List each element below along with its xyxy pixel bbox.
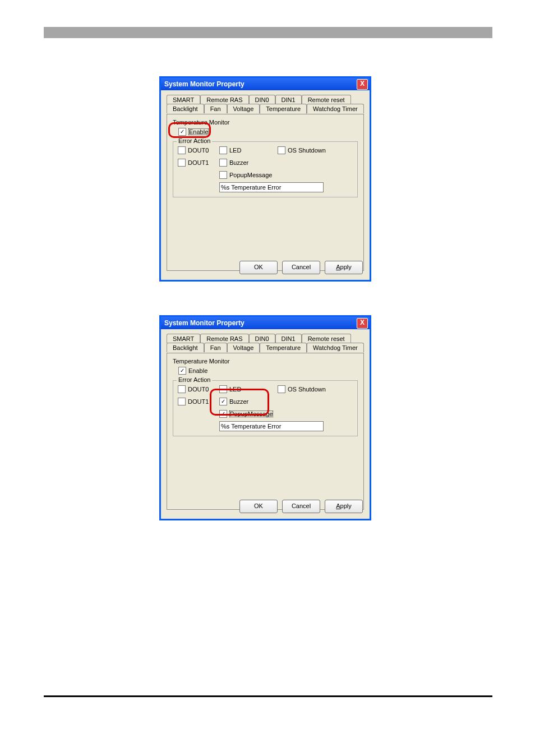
- tab-panel: Temperature Monitor Enable Error Action …: [167, 353, 364, 510]
- enable-label: Enable: [188, 367, 207, 374]
- window-title: System Monitor Property: [164, 319, 245, 327]
- tab-backlight[interactable]: Backlight: [167, 343, 204, 352]
- dout1-label: DOUT1: [188, 398, 209, 405]
- enable-checkbox[interactable]: [178, 128, 186, 136]
- led-checkbox[interactable]: [219, 146, 227, 154]
- system-monitor-dialog-2: System Monitor Property X SMART Remote R…: [159, 315, 371, 520]
- popup-label: PopupMessage: [229, 411, 273, 417]
- dout1-label: DOUT1: [188, 159, 209, 166]
- tab-watchdog[interactable]: Watchdog Timer: [307, 343, 364, 352]
- page-footer-rule: [44, 695, 492, 697]
- error-action-legend: Error Action: [177, 137, 212, 144]
- apply-button[interactable]: Apply: [325, 261, 363, 274]
- error-action-group: Error Action DOUT0 LED OS Shutdown DOUT1…: [173, 380, 358, 436]
- os-shutdown-checkbox[interactable]: [278, 146, 285, 154]
- apply-button[interactable]: Apply: [325, 500, 363, 513]
- system-monitor-dialog-1: System Monitor Property X SMART Remote R…: [159, 76, 371, 282]
- error-action-group: Error Action DOUT0 LED OS Shutdown DOUT1…: [173, 141, 358, 197]
- led-label: LED: [229, 386, 241, 393]
- led-checkbox[interactable]: [219, 385, 227, 393]
- dout1-checkbox[interactable]: [178, 159, 186, 167]
- os-shutdown-label: OS Shutdown: [288, 147, 326, 154]
- tab-temperature[interactable]: Temperature: [260, 343, 307, 353]
- led-label: LED: [229, 147, 241, 154]
- tab-fan[interactable]: Fan: [204, 343, 227, 352]
- cancel-button[interactable]: Cancel: [282, 500, 320, 513]
- tab-panel: Temperature Monitor Enable Error Action …: [167, 114, 364, 271]
- dout0-checkbox[interactable]: [178, 146, 186, 154]
- tab-voltage[interactable]: Voltage: [227, 104, 260, 113]
- popup-checkbox[interactable]: [219, 171, 227, 179]
- enable-checkbox[interactable]: [178, 367, 186, 375]
- close-button[interactable]: X: [357, 318, 368, 329]
- group-title: Temperature Monitor: [173, 358, 358, 365]
- close-icon: X: [360, 319, 365, 326]
- close-button[interactable]: X: [357, 79, 368, 90]
- group-title: Temperature Monitor: [173, 119, 358, 126]
- ok-button[interactable]: OK: [239, 500, 278, 513]
- dialog-buttons: OK Cancel Apply: [239, 500, 363, 513]
- dout0-label: DOUT0: [188, 147, 209, 154]
- popup-label: PopupMessage: [229, 172, 272, 178]
- cancel-button[interactable]: Cancel: [282, 261, 320, 274]
- popup-text-input[interactable]: %s Temperature Error: [219, 421, 324, 431]
- buzzer-label: Buzzer: [229, 398, 248, 405]
- dout0-checkbox[interactable]: [178, 385, 186, 393]
- buzzer-label: Buzzer: [229, 159, 248, 166]
- tab-strip: SMART Remote RAS DIN0 DIN1 Remote reset …: [167, 334, 364, 353]
- tab-voltage[interactable]: Voltage: [227, 343, 260, 352]
- popup-checkbox[interactable]: [219, 410, 227, 418]
- enable-label: Enable: [188, 128, 209, 135]
- tab-strip: SMART Remote RAS DIN0 DIN1 Remote reset …: [167, 95, 364, 114]
- popup-text-input[interactable]: %s Temperature Error: [219, 182, 324, 192]
- dout1-checkbox[interactable]: [178, 398, 186, 405]
- dialog-buttons: OK Cancel Apply: [239, 261, 363, 274]
- window-title: System Monitor Property: [164, 80, 245, 88]
- os-shutdown-checkbox[interactable]: [278, 385, 285, 393]
- titlebar[interactable]: System Monitor Property X: [161, 78, 370, 90]
- tab-temperature[interactable]: Temperature: [260, 104, 307, 114]
- close-icon: X: [360, 80, 365, 87]
- titlebar[interactable]: System Monitor Property X: [161, 317, 370, 329]
- os-shutdown-label: OS Shutdown: [288, 386, 326, 393]
- buzzer-checkbox[interactable]: [219, 398, 227, 405]
- tab-fan[interactable]: Fan: [204, 104, 227, 113]
- buzzer-checkbox[interactable]: [219, 159, 227, 167]
- ok-button[interactable]: OK: [239, 261, 278, 274]
- page-header-bar: [44, 27, 492, 38]
- error-action-legend: Error Action: [177, 376, 212, 383]
- tab-backlight[interactable]: Backlight: [167, 104, 204, 113]
- tab-watchdog[interactable]: Watchdog Timer: [307, 104, 364, 113]
- dout0-label: DOUT0: [188, 386, 209, 393]
